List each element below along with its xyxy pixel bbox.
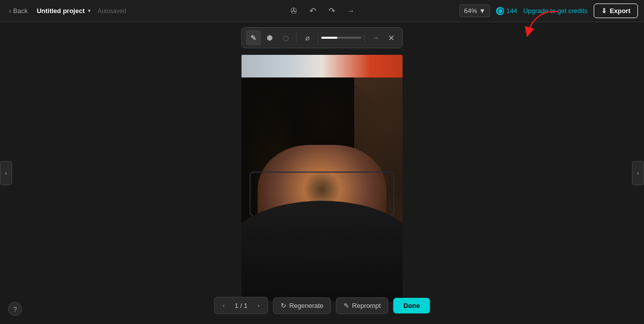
slider-fill [321, 37, 338, 39]
autosaved-status: Autosaved [98, 8, 126, 15]
prev-image-button[interactable]: ‹ [0, 161, 12, 185]
next-page-button[interactable]: › [253, 299, 265, 311]
help-button[interactable]: ? [8, 302, 22, 316]
back-label: Back [13, 7, 28, 15]
regenerate-icon: ↻ [281, 302, 286, 309]
floating-toolbar: ✎ ⬢ ◌ ⌀ → ✕ [242, 27, 403, 48]
topbar: ‹ Back Untitled project ▼ Autosaved ✇ ↶ … [0, 0, 644, 22]
select-tool-button[interactable]: ⬢ [262, 30, 277, 45]
next-image-button[interactable]: › [632, 161, 644, 185]
lasso-icon: ◌ [283, 34, 289, 42]
stamp-button[interactable]: ✇ [286, 4, 300, 18]
export-icon: ⇓ [601, 7, 607, 15]
select-icon: ⬢ [267, 34, 273, 42]
paint-icon: ⌀ [305, 34, 309, 42]
topbar-left: ‹ Back Untitled project ▼ Autosaved [6, 5, 286, 17]
redo2-button[interactable]: → [344, 4, 358, 18]
export-label: Export [610, 7, 630, 15]
export-button[interactable]: ⇓ Export [594, 4, 638, 18]
reprompt-icon: ✎ [344, 302, 349, 309]
chevron-right-icon: › [637, 170, 639, 177]
project-name[interactable]: Untitled project ▼ [37, 7, 92, 15]
pen-tool-button[interactable]: ✎ [246, 30, 261, 45]
help-icon: ? [13, 305, 17, 313]
chevron-down-icon: ▼ [87, 8, 92, 14]
pagination-control: ‹ 1 / 1 › [214, 297, 268, 314]
arrow-tool-button[interactable]: → [368, 30, 383, 45]
zoom-level: 64% [464, 7, 477, 15]
chevron-left-icon: ‹ [5, 170, 7, 177]
undo-button[interactable]: ↶ [305, 4, 319, 18]
page-info: 1 / 1 [233, 302, 250, 309]
photo-scarf [242, 201, 403, 301]
topbar-right: 64% ▼ ◯ 144 Upgrade to get credits ⇓ Exp… [358, 4, 638, 18]
credits-icon: ◯ [496, 7, 504, 15]
credits-badge: ◯ 144 [496, 7, 517, 15]
close-icon: ✕ [388, 33, 394, 43]
image-canvas [242, 55, 403, 301]
upgrade-link[interactable]: Upgrade to get credits [523, 7, 588, 15]
paint-tool-button[interactable]: ⌀ [300, 30, 315, 45]
regenerate-label: Regenerate [289, 302, 324, 309]
toolbar-divider-2 [318, 33, 318, 43]
reprompt-button[interactable]: ✎ Reprompt [336, 297, 388, 314]
lasso-tool-button[interactable]: ◌ [278, 30, 293, 45]
brush-size-slider[interactable] [321, 37, 362, 39]
canvas-area: ‹ › [0, 22, 644, 324]
credits-count: 144 [506, 7, 517, 15]
pen-icon: ✎ [251, 34, 257, 42]
done-label: Done [404, 302, 420, 309]
back-button[interactable]: ‹ Back [6, 5, 31, 17]
done-button[interactable]: Done [393, 298, 430, 313]
toolbar-divider [296, 33, 297, 43]
photo-top-strip [242, 55, 403, 77]
photo-main-area [242, 77, 403, 301]
project-name-text: Untitled project [37, 7, 85, 15]
redo-button[interactable]: ↷ [325, 4, 339, 18]
zoom-chevron-icon: ▼ [479, 7, 486, 15]
toolbar-close-button[interactable]: ✕ [384, 31, 398, 45]
arrow-right-icon: → [372, 34, 379, 42]
regenerate-button[interactable]: ↻ Regenerate [273, 297, 331, 314]
reprompt-label: Reprompt [352, 302, 381, 309]
bottom-bar: ‹ 1 / 1 › ↻ Regenerate ✎ Reprompt Done [214, 297, 430, 314]
prev-page-button[interactable]: ‹ [218, 299, 230, 311]
back-arrow-icon: ‹ [9, 8, 11, 15]
toolbar-divider-3 [365, 33, 365, 43]
topbar-center: ✇ ↶ ↷ → [286, 4, 358, 18]
zoom-control[interactable]: 64% ▼ [459, 5, 490, 17]
